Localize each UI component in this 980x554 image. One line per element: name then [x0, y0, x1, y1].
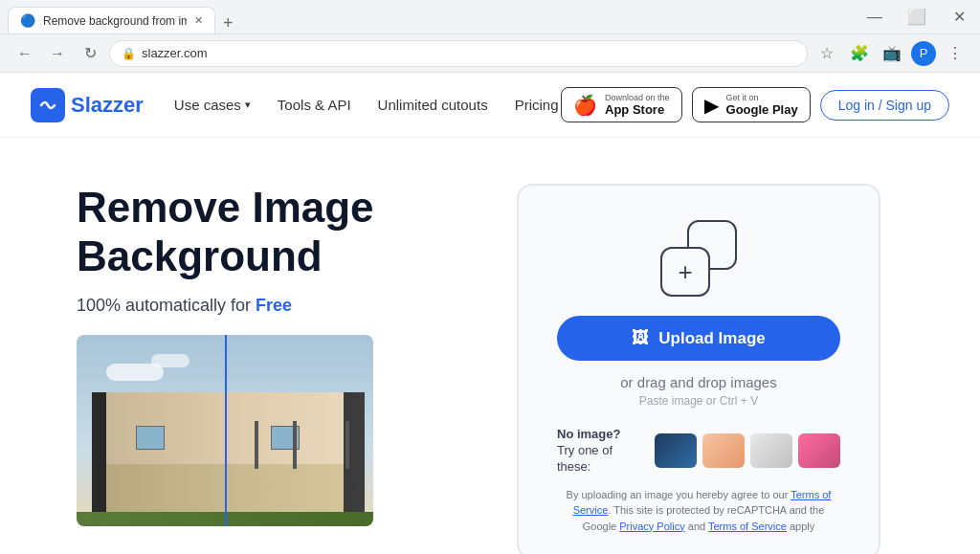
hero-left: Remove Image Background 100% automatical… [77, 184, 479, 526]
upload-icon-group: + [660, 220, 737, 297]
tab-favicon: 🔵 [20, 13, 35, 28]
paste-hint-text: Paste image or Ctrl + V [639, 394, 758, 408]
chevron-down-icon: ▾ [245, 99, 251, 111]
google-play-button[interactable]: ▶ Get it on Google Play [692, 87, 811, 123]
nav-pricing[interactable]: Pricing [515, 97, 559, 113]
google-play-icon: ▶ [704, 94, 719, 117]
cast-button[interactable]: 📺 [879, 40, 905, 67]
logo-icon [31, 88, 65, 122]
forward-button[interactable]: → [44, 40, 71, 67]
app-store-text: Download on the App Store [605, 93, 670, 118]
terms-text: By uploading an image you hereby agree t… [557, 487, 840, 535]
google-play-text: Get it on Google Play [726, 93, 798, 118]
sample-label: No image? Try one of these: [557, 427, 645, 476]
terms-of-service-link2[interactable]: Terms of Service [708, 521, 787, 532]
vertical-divider [225, 335, 227, 526]
nav-links: Use cases ▾ Tools & API Unlimited cutout… [174, 97, 561, 113]
hero-subtitle: 100% automatically for Free [77, 296, 479, 316]
sample-thumbnails [655, 433, 840, 468]
address-bar[interactable]: 🔒 slazzer.com [109, 40, 808, 67]
hero-section: Remove Image Background 100% automatical… [0, 138, 980, 554]
sample-thumb-dress[interactable] [798, 433, 840, 468]
image-icon: 🖼 [632, 328, 649, 348]
browser-tabs: 🔵 Remove background from ima… ✕ + [8, 0, 241, 33]
upload-section: + 🖼 Upload Image or drag and drop images… [517, 184, 880, 554]
upload-button[interactable]: 🖼 Upload Image [557, 316, 840, 361]
tab-close-icon[interactable]: ✕ [194, 14, 203, 27]
apple-icon: 🍎 [573, 94, 597, 117]
navbar: Slazzer Use cases ▾ Tools & API Unlimite… [0, 73, 980, 138]
sample-thumb-car[interactable] [750, 433, 792, 468]
sample-thumb-laptop[interactable] [655, 433, 697, 468]
upload-icon-front: + [660, 247, 710, 297]
login-button[interactable]: Log in / Sign up [820, 90, 949, 121]
address-text: slazzer.com [142, 46, 208, 60]
app-store-button[interactable]: 🍎 Download on the App Store [561, 87, 682, 123]
browser-titlebar: 🔵 Remove background from ima… ✕ + — ⬜ ✕ [0, 0, 980, 34]
reload-button[interactable]: ↻ [77, 40, 103, 67]
tab-title: Remove background from ima… [43, 14, 187, 28]
browser-toolbar-right: ☆ 🧩 📺 P ⋮ [813, 40, 969, 67]
menu-button[interactable]: ⋮ [942, 40, 969, 67]
sample-images-row: No image? Try one of these: [557, 427, 840, 476]
active-tab[interactable]: 🔵 Remove background from ima… ✕ [8, 7, 215, 33]
back-button[interactable]: ← [11, 40, 38, 67]
navbar-right: 🍎 Download on the App Store ▶ Get it on … [561, 87, 949, 123]
lock-icon: 🔒 [122, 47, 136, 60]
profile-avatar[interactable]: P [911, 41, 936, 66]
nav-use-cases[interactable]: Use cases ▾ [174, 97, 251, 113]
new-tab-button[interactable]: + [215, 13, 241, 33]
browser-toolbar: ← → ↻ 🔒 slazzer.com ☆ 🧩 📺 P ⋮ [0, 34, 980, 73]
minimize-button[interactable]: — [861, 4, 888, 31]
hero-title: Remove Image Background [77, 184, 479, 280]
page-content: Slazzer Use cases ▾ Tools & API Unlimite… [0, 73, 980, 554]
nav-tools-api[interactable]: Tools & API [278, 97, 351, 113]
privacy-policy-link[interactable]: Privacy Policy [619, 521, 684, 532]
extensions-button[interactable]: 🧩 [846, 40, 873, 67]
nav-unlimited-cutouts[interactable]: Unlimited cutouts [378, 97, 488, 113]
drag-drop-text: or drag and drop images [620, 374, 776, 390]
bookmark-button[interactable]: ☆ [813, 40, 840, 67]
maximize-button[interactable]: ⬜ [903, 4, 930, 31]
hero-image [77, 335, 373, 526]
browser-frame: 🔵 Remove background from ima… ✕ + — ⬜ ✕ … [0, 0, 980, 554]
close-button[interactable]: ✕ [946, 4, 972, 31]
plus-icon: + [678, 257, 692, 287]
sample-thumb-people[interactable] [702, 433, 745, 468]
logo-text: Slazzer [71, 93, 144, 118]
logo[interactable]: Slazzer [31, 88, 144, 122]
